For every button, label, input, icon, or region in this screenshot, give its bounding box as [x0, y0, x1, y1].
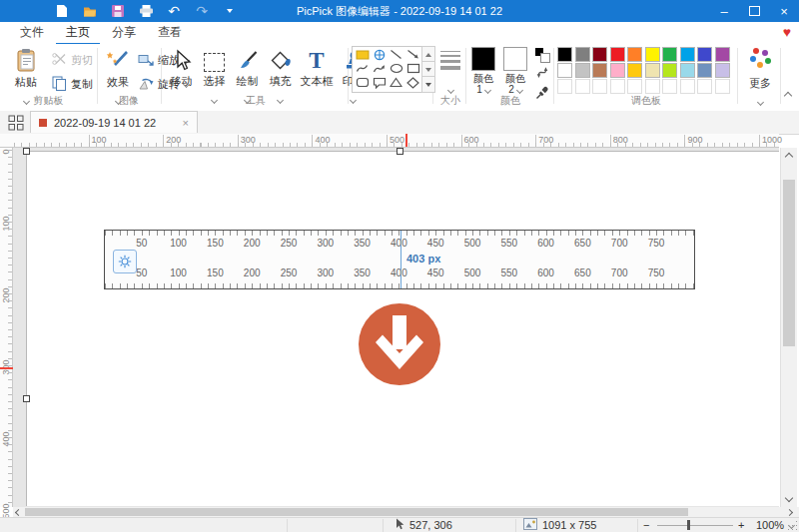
- zoom-slider-thumb[interactable]: [687, 520, 690, 530]
- horizontal-ruler: 1002003004005006007008009001000: [0, 134, 779, 148]
- widget-ruler-label: 350: [354, 238, 371, 249]
- tab-view[interactable]: 查看: [148, 22, 192, 43]
- minimize-button[interactable]: –: [709, 0, 739, 22]
- palette-swatch-3f48cc[interactable]: [697, 47, 712, 62]
- shape-curve-arrow-icon[interactable]: [371, 62, 388, 76]
- window-grid-icon[interactable]: [6, 114, 26, 131]
- shape-crosshair-icon[interactable]: [371, 48, 388, 62]
- palette-swatch-empty[interactable]: [610, 79, 625, 94]
- widget-ruler-label: 700: [611, 267, 628, 278]
- zoom-level-dropdown[interactable]: 100%: [756, 518, 794, 532]
- ruler-label: 900: [687, 135, 702, 145]
- shape-curve-icon[interactable]: [354, 62, 371, 76]
- palette-swatch-ff7f27[interactable]: [627, 47, 642, 62]
- shape-ellipse-icon[interactable]: [388, 62, 404, 76]
- palette-swatch-b5e61d[interactable]: [662, 63, 677, 78]
- ruler-settings-button[interactable]: [113, 250, 137, 273]
- palette-swatch-empty[interactable]: [680, 79, 695, 94]
- document-tab[interactable]: 2022-09-19 14 01 22 ×: [30, 111, 198, 133]
- shape-callout-icon[interactable]: [371, 76, 388, 90]
- zoom-out-button[interactable]: −: [643, 518, 649, 532]
- palette-swatch-empty[interactable]: [557, 79, 572, 94]
- scroll-down-icon[interactable]: [781, 490, 797, 506]
- tab-share[interactable]: 分享: [102, 22, 146, 43]
- collapse-ribbon-button[interactable]: [785, 85, 791, 103]
- maximize-button[interactable]: [739, 0, 769, 22]
- widget-ruler-label: 250: [281, 238, 298, 249]
- palette-swatch-a349a4[interactable]: [715, 47, 730, 62]
- palette-swatch-7092be[interactable]: [697, 63, 712, 78]
- shape-diamond-icon[interactable]: [404, 76, 421, 90]
- ruler-widget[interactable]: 5010015020025030035040045050055060065070…: [104, 230, 695, 289]
- widget-ruler-label: 650: [574, 267, 591, 278]
- shapes-gallery-scroll: [421, 46, 434, 93]
- shape-rectangle-icon[interactable]: [404, 62, 421, 76]
- horizontal-scroll-thumb[interactable]: [25, 508, 688, 516]
- palette-swatch-empty[interactable]: [715, 79, 730, 94]
- zoom-in-button[interactable]: +: [738, 518, 744, 532]
- widget-ruler-label: 100: [170, 267, 187, 278]
- shapes-more-button[interactable]: [421, 76, 435, 93]
- copy-button[interactable]: 复制: [52, 75, 93, 93]
- select-icon: [198, 46, 231, 72]
- scissors-icon: [52, 53, 67, 67]
- palette-swatch-fff200[interactable]: [645, 47, 660, 62]
- palette-swatch-efe4b0[interactable]: [645, 63, 660, 78]
- palette-swatch-empty[interactable]: [645, 79, 660, 94]
- palette-swatch-ffc90e[interactable]: [627, 63, 642, 78]
- tab-home[interactable]: 主页: [56, 22, 100, 45]
- selection-handle-top-middle[interactable]: [397, 148, 403, 155]
- shape-arrow-icon[interactable]: [404, 48, 421, 62]
- selection-handle-top-left[interactable]: [23, 148, 30, 155]
- resize-grip[interactable]: [796, 529, 798, 531]
- tab-file[interactable]: 文件: [10, 22, 54, 43]
- palette-swatch-99d9ea[interactable]: [680, 63, 695, 78]
- ruler-label: 200: [166, 135, 181, 145]
- measurement-line: [400, 231, 401, 288]
- palette-swatch-c3c3c3[interactable]: [575, 63, 590, 78]
- palette-swatch-ffffff[interactable]: [557, 63, 572, 78]
- reset-colors-icon[interactable]: [535, 65, 549, 84]
- zoom-slider-track[interactable]: [657, 525, 733, 526]
- close-button[interactable]: ×: [769, 0, 799, 22]
- palette-swatch-empty[interactable]: [575, 79, 590, 94]
- vertical-scroll-thumb[interactable]: [783, 180, 795, 346]
- palette-swatch-empty[interactable]: [697, 79, 712, 94]
- scroll-right-icon[interactable]: [784, 507, 795, 517]
- color2-swatch: [503, 47, 527, 71]
- horizontal-scrollbar[interactable]: [13, 507, 799, 517]
- tool-cursor-button[interactable]: 移动: [165, 46, 198, 89]
- palette-swatch-ed1c24[interactable]: [610, 47, 625, 62]
- swap-colors-icon[interactable]: [535, 48, 549, 62]
- line-thickness-icon: [437, 51, 463, 70]
- widget-ruler-label: 650: [574, 238, 591, 249]
- shape-triangle-icon[interactable]: [388, 76, 404, 90]
- scroll-up-icon[interactable]: [781, 149, 797, 165]
- palette-swatch-ffaec9[interactable]: [610, 63, 625, 78]
- palette-swatch-empty[interactable]: [627, 79, 642, 94]
- palette-swatch-000000[interactable]: [557, 47, 572, 62]
- shape-line-icon[interactable]: [388, 48, 404, 62]
- shape-rounded-rectangle-icon[interactable]: [354, 76, 371, 90]
- widget-ruler-label: 400: [391, 267, 407, 278]
- favorite-heart-icon[interactable]: ♥: [783, 25, 791, 39]
- selection-handle-left-middle[interactable]: [23, 395, 30, 402]
- vertical-scrollbar[interactable]: [780, 148, 797, 507]
- line-size-button[interactable]: [437, 48, 463, 97]
- tab-close-icon[interactable]: ×: [183, 117, 189, 129]
- palette-swatch-22b14c[interactable]: [662, 47, 677, 62]
- scroll-left-icon[interactable]: [13, 507, 24, 517]
- palette-swatch-00a2e8[interactable]: [680, 47, 695, 62]
- color2-button[interactable]: 颜色2: [501, 47, 529, 95]
- palette-swatch-7f7f7f[interactable]: [575, 47, 590, 62]
- palette-swatch-empty[interactable]: [592, 79, 607, 94]
- palette-swatch-c8bfe7[interactable]: [715, 63, 730, 78]
- palette-swatch-880015[interactable]: [592, 47, 607, 62]
- tool-text-button[interactable]: T文本框: [297, 46, 337, 89]
- color1-button[interactable]: 颜色1: [469, 47, 497, 95]
- palette-swatch-empty[interactable]: [662, 79, 677, 94]
- shape-highlight-icon[interactable]: [354, 48, 371, 62]
- palette-swatch-b97a57[interactable]: [592, 63, 607, 78]
- cursor-x-marker: [405, 134, 407, 147]
- more-colors-button[interactable]: 更多: [743, 46, 777, 109]
